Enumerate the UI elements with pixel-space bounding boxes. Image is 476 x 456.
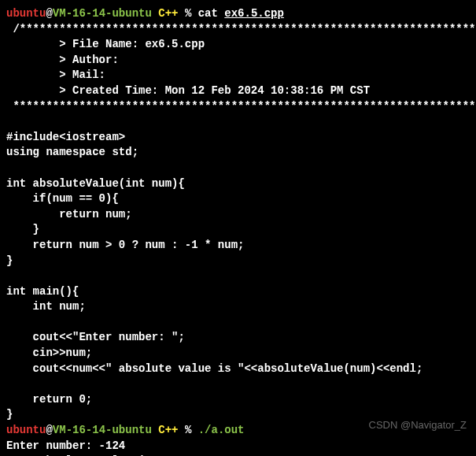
prompt-host: VM-16-14-ubuntu <box>53 7 152 20</box>
author-line: > Author: <box>6 53 470 69</box>
prompt-at: @ <box>46 7 52 20</box>
code-line: cout<<"Enter number: "; <box>6 330 470 346</box>
code-line: int main(){ <box>6 284 470 300</box>
cmd-run: ./a.out <box>198 424 245 436</box>
blank-line <box>6 161 470 176</box>
cmd-arg-file: ex6.5.cpp <box>224 7 284 20</box>
prompt-at: @ <box>46 424 52 436</box>
output-line: Enter number: -124 <box>6 439 470 454</box>
prompt-line-1: ubuntu@VM-16-14-ubuntu C++ % cat ex6.5.c… <box>6 6 470 22</box>
created-time-line: > Created Time: Mon 12 Feb 2024 10:38:16… <box>6 83 470 99</box>
blank-line <box>6 315 470 331</box>
mail-line: > Mail: <box>6 68 470 83</box>
code-line: } <box>6 222 470 238</box>
code-line: return num; <box>6 207 470 223</box>
code-line: } <box>6 254 470 269</box>
prompt-host: VM-16-14-ubuntu <box>53 424 152 436</box>
code-line: #include<iostream> <box>6 130 470 146</box>
watermark-text: CSDN @Navigator_Z <box>369 418 467 432</box>
blank-line <box>6 114 470 130</box>
cmd-cat: cat <box>198 7 225 20</box>
comment-border-bottom: ****************************************… <box>6 99 470 115</box>
comment-border-top: /***************************************… <box>6 22 470 38</box>
prompt-dir: C++ <box>152 7 185 20</box>
prompt-sep: % <box>185 424 198 436</box>
blank-line <box>6 376 470 392</box>
prompt-user: ubuntu <box>6 424 46 436</box>
code-line: int absoluteValue(int num){ <box>6 176 470 192</box>
code-line: return 0; <box>6 392 470 408</box>
code-line: cin>>num; <box>6 346 470 361</box>
code-line: using namespace std; <box>6 145 470 161</box>
code-line: int num; <box>6 299 470 315</box>
prompt-dir: C++ <box>152 424 185 436</box>
file-name-line: > File Name: ex6.5.cpp <box>6 37 470 53</box>
blank-line <box>6 269 470 284</box>
code-line: if(num == 0){ <box>6 191 470 207</box>
prompt-user: ubuntu <box>6 7 46 20</box>
code-line: return num > 0 ? num : -1 * num; <box>6 238 470 254</box>
code-line: cout<<num<<" absolute value is "<<absolu… <box>6 361 470 377</box>
prompt-sep: % <box>185 7 198 20</box>
